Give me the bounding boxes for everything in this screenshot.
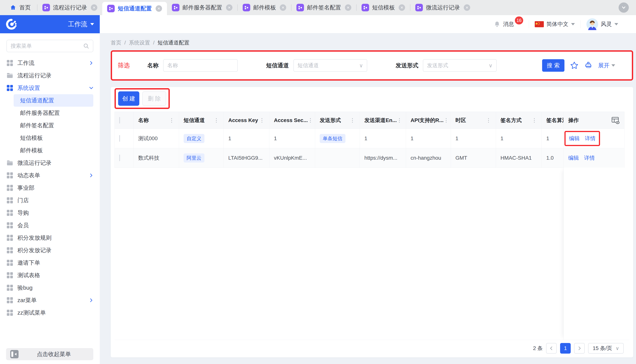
sidebar-item-guide[interactable]: 导购 [7, 206, 93, 219]
tab-label: 短信模板 [372, 4, 395, 12]
prev-page-button[interactable] [546, 343, 557, 354]
clear-broom-icon[interactable] [584, 61, 592, 70]
sidebar-item-label: 测试表格 [18, 272, 40, 279]
name-input[interactable] [163, 59, 238, 72]
tab-sms-channel-config-active[interactable]: 短信通道配置 × [102, 2, 167, 15]
sidebar-item-store[interactable]: 门店 [7, 194, 93, 206]
column-menu-icon[interactable]: ⋮ [169, 117, 174, 123]
tab-home[interactable]: 首页 [10, 4, 37, 12]
table-row[interactable]: 数式科技 阿里云 LTAI5tHGG9... vKUnlpKmE... http… [115, 148, 624, 168]
sidebar-item-label: 邀请下单 [18, 259, 40, 267]
close-icon[interactable]: × [226, 4, 232, 11]
app-switcher[interactable]: 工作流 [68, 20, 94, 28]
sidebar-item-member[interactable]: 会员 [7, 219, 93, 232]
detail-link[interactable]: 详情 [585, 135, 595, 142]
sidebar-item-sms-template[interactable]: 短信模板 [7, 132, 93, 144]
chevron-down-icon [614, 23, 618, 25]
breadcrumb-home[interactable]: 首页 [111, 39, 121, 46]
column-menu-icon[interactable]: ⋮ [259, 117, 265, 123]
tab-mail-server-config[interactable]: 邮件服务器配置 × [167, 0, 237, 15]
messages-button[interactable]: 消息 16 [488, 20, 529, 28]
grid-icon [7, 172, 13, 179]
collapse-menu-button[interactable]: 点击收起菜单 [6, 348, 93, 360]
sidebar-item-sms-channel-config[interactable]: 短信通道配置 [14, 94, 93, 107]
select-all-checkbox[interactable] [119, 117, 120, 124]
tab-label: 短信通道配置 [118, 5, 152, 12]
sidebar-item-system-settings[interactable]: 系统设置 [7, 82, 93, 94]
close-icon[interactable]: × [280, 4, 286, 11]
app-logo [6, 18, 18, 30]
grid-icon [7, 284, 13, 291]
menu-search-input[interactable] [11, 43, 81, 49]
sidebar-item-verify-bug[interactable]: 验bug [7, 282, 93, 294]
column-menu-icon[interactable]: ⋮ [214, 117, 219, 123]
breadcrumb-current: 短信通道配置 [158, 39, 190, 46]
page-number-button[interactable]: 1 [560, 343, 571, 354]
sidebar-item-label: zz测试菜单 [18, 309, 46, 317]
breadcrumb-separator: / [153, 40, 155, 46]
expand-toggle[interactable]: 展开 [598, 62, 615, 70]
column-menu-icon[interactable]: ⋮ [486, 117, 491, 123]
sidebar-item-microflow-run-log[interactable]: 微流运行记录 [7, 157, 93, 169]
user-menu[interactable]: 风灵 [581, 18, 624, 30]
close-icon[interactable]: × [345, 4, 351, 11]
chevron-right-icon [89, 61, 93, 65]
sidebar-item-workflow[interactable]: 工作流 [7, 57, 93, 69]
close-icon[interactable]: × [399, 4, 405, 11]
sidebar-item-points-rule[interactable]: 积分发放规则 [7, 232, 93, 244]
tab-sms-template[interactable]: 短信模板 × [357, 0, 410, 15]
send-form-select[interactable]: 发送形式 ∨ [423, 59, 497, 72]
sidebar-item-dynamic-form[interactable]: 动态表单 [7, 169, 93, 182]
chevron-down-icon [89, 86, 93, 90]
sidebar-item-points-record[interactable]: 积分发放记录 [7, 244, 93, 256]
sidebar-item-zar-menu[interactable]: zar菜单 [7, 294, 93, 306]
detail-link[interactable]: 详情 [584, 154, 595, 162]
search-button[interactable]: 搜 索 [542, 59, 564, 72]
language-selector[interactable]: 简体中文 [529, 20, 580, 28]
cell-sign-algorithm: 1 [542, 129, 564, 148]
channel-select[interactable]: 短信通道 ∨ [293, 59, 367, 72]
column-settings-icon[interactable] [611, 116, 620, 124]
sidebar-item-mail-signature-config[interactable]: 邮件签名配置 [7, 119, 93, 132]
tab-mail-template[interactable]: 邮件模板 × [238, 0, 291, 15]
next-page-button[interactable] [574, 343, 585, 354]
cell-endpoint: https://dysm... [360, 148, 406, 168]
menu-search-box[interactable] [7, 40, 93, 52]
sidebar-item-invite-order[interactable]: 邀请下单 [7, 256, 93, 269]
close-icon[interactable]: × [91, 4, 97, 11]
delete-button[interactable]: 删 除 [142, 92, 166, 106]
sidebar-item-business-unit[interactable]: 事业部 [7, 182, 93, 194]
close-icon[interactable]: × [464, 4, 470, 11]
column-menu-icon[interactable]: ⋮ [397, 117, 402, 123]
table-row[interactable]: 测试000 自定义 1 1 单条短信 1 1 1 1 1 编辑 [115, 129, 624, 148]
sidebar-item-mail-template[interactable]: 邮件模板 [7, 144, 93, 157]
sidebar-item-test-table[interactable]: 测试表格 [7, 269, 93, 282]
edit-link[interactable]: 编辑 [568, 154, 579, 162]
grid-icon [7, 222, 13, 229]
edit-link[interactable]: 编辑 [569, 135, 579, 142]
page-size-select[interactable]: 15 条/页 ∨ [588, 343, 624, 354]
row-checkbox[interactable] [119, 135, 120, 142]
column-menu-icon[interactable]: ⋮ [350, 117, 355, 123]
close-icon[interactable]: × [156, 5, 162, 12]
column-menu-icon[interactable]: ⋮ [532, 117, 537, 123]
column-menu-icon[interactable]: ⋮ [443, 117, 449, 123]
row-checkbox[interactable] [119, 154, 120, 161]
chevron-down-icon: ∨ [359, 62, 363, 69]
favorite-star-icon[interactable] [570, 61, 578, 70]
tab-microflow-run-log[interactable]: 微流运行记录 × [410, 0, 475, 15]
tab-mail-signature-config[interactable]: 邮件签名配置 × [292, 0, 356, 15]
workflow-node-icon [415, 4, 423, 11]
column-menu-icon[interactable]: ⋮ [308, 117, 313, 123]
tab-process-run-log[interactable]: 流程运行记录 × [38, 0, 102, 15]
breadcrumb: 首页 / 系统设置 / 短信通道配置 [111, 39, 633, 46]
sidebar-item-zz-test-menu[interactable]: zz测试菜单 [7, 306, 93, 319]
sidebar-item-label: 邮件模板 [20, 146, 43, 154]
tab-list-dropdown-button[interactable] [618, 2, 629, 13]
app-header: 工作流 消息 16 简体中文 风灵 [0, 15, 636, 33]
breadcrumb-system-settings[interactable]: 系统设置 [129, 39, 150, 46]
sidebar-item-mail-server-config[interactable]: 邮件服务器配置 [7, 107, 93, 119]
sidebar-item-process-run-log[interactable]: 流程运行记录 [7, 69, 93, 82]
create-button[interactable]: 创 建 [118, 92, 139, 106]
cell-timezone: GMT [451, 148, 496, 168]
